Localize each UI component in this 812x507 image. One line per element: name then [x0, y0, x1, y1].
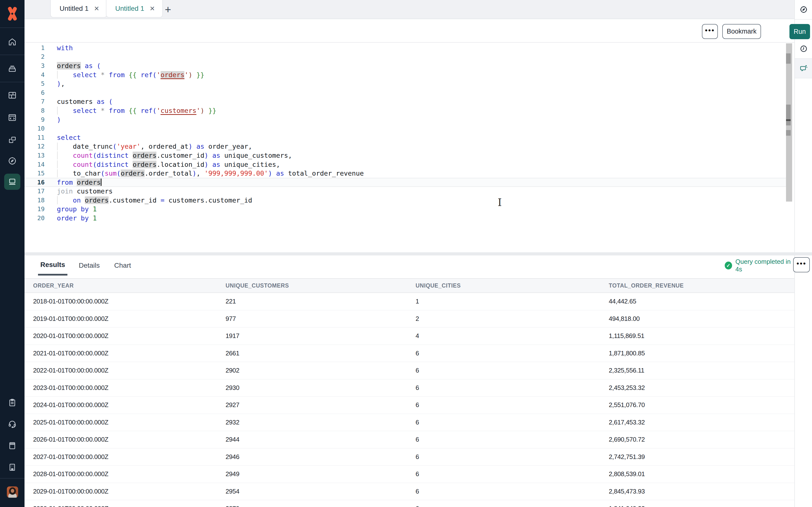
code-token: as: [212, 152, 220, 159]
sidebar-item-notebook-active[interactable]: [4, 174, 20, 190]
code-token: {{: [129, 107, 137, 114]
cell-more-button[interactable]: •••: [702, 24, 718, 39]
editor-line[interactable]: 15 to_char(sum(orders.order_total), '999…: [24, 169, 786, 178]
column-header[interactable]: UNIQUE_CITIES: [407, 279, 600, 292]
code-token: order: [57, 214, 77, 222]
table-cell: 2932: [217, 418, 407, 426]
table-cell: 6: [407, 436, 600, 443]
editor-line[interactable]: 5),: [24, 79, 786, 88]
table-row[interactable]: 2027-01-01T00:00:00.000Z294662,742,751.3…: [24, 448, 794, 466]
table-row[interactable]: 2028-01-01T00:00:00.000Z294962,808,539.0…: [24, 466, 794, 483]
editor-line[interactable]: 8 select * from {{ ref('customers') }}: [24, 106, 786, 115]
mouse-ibeam-cursor: I: [498, 196, 502, 209]
code-token: (: [113, 143, 117, 150]
run-button[interactable]: Run: [790, 24, 810, 39]
table-row[interactable]: 2021-01-01T00:00:00.000Z266161,871,800.8…: [24, 345, 794, 362]
table-row[interactable]: 2024-01-01T00:00:00.000Z292762,551,076.7…: [24, 397, 794, 414]
new-tab-button[interactable]: +: [162, 4, 173, 15]
editor-line[interactable]: 12 date_trunc('year', ordered_at) as ord…: [24, 142, 786, 151]
table-row[interactable]: 2026-01-01T00:00:00.000Z294462,690,570.7…: [24, 431, 794, 448]
editor-scrollbar[interactable]: [786, 43, 792, 202]
line-number: 10: [24, 125, 46, 132]
table-cell: 2930: [217, 384, 407, 392]
editor-line[interactable]: 7customers as (: [24, 97, 786, 106]
sidebar-item-ai-chat[interactable]: [795, 59, 812, 78]
sidebar-item-projects[interactable]: [0, 64, 24, 73]
editor-line[interactable]: 14 count(distinct orders.location_id) as…: [24, 160, 786, 169]
editor-line[interactable]: 6: [24, 88, 786, 97]
table-cell: 6: [407, 505, 600, 507]
editor-line[interactable]: 18 on orders.customer_id = customers.cus…: [24, 196, 786, 205]
panel-divider: [24, 252, 812, 256]
sidebar-item-share[interactable]: [0, 135, 24, 145]
close-tab-icon[interactable]: ✕: [150, 5, 155, 12]
table-row[interactable]: 2029-01-01T00:00:00.000Z295462,845,473.9…: [24, 483, 794, 500]
results-tab-chart[interactable]: Chart: [111, 256, 134, 276]
hex-logo[interactable]: [0, 7, 24, 20]
sidebar-item-support[interactable]: [0, 419, 24, 429]
table-row[interactable]: 2030-01-01T00:00:00.000Z287961,841,049.3…: [24, 500, 794, 507]
table-row[interactable]: 2020-01-01T00:00:00.000Z191741,115,869.5…: [24, 328, 794, 345]
table-cell: 1,115,869.51: [600, 332, 794, 340]
editor-line[interactable]: 2: [24, 52, 786, 61]
editor-line[interactable]: 3orders as (: [24, 61, 786, 70]
table-cell: 2030-01-01T00:00:00.000Z: [24, 505, 217, 507]
sidebar-item-docs[interactable]: [0, 441, 24, 450]
table-cell: 6: [407, 488, 600, 495]
table-row[interactable]: 2018-01-01T00:00:00.000Z221144,442.65: [24, 293, 794, 310]
sidebar-item-explore[interactable]: [0, 156, 24, 166]
code-token: 'year': [117, 143, 141, 150]
user-avatar[interactable]: [7, 487, 18, 498]
table-cell: 2661: [217, 349, 407, 357]
table-cell: 2946: [217, 453, 407, 461]
sidebar-item-apps[interactable]: [0, 91, 24, 100]
editor-line[interactable]: 11select: [24, 133, 786, 142]
table-cell: 2024-01-01T00:00:00.000Z: [24, 401, 217, 409]
code-token: as: [196, 143, 204, 150]
table-row[interactable]: 2019-01-01T00:00:00.000Z9772494,818.00: [24, 310, 794, 328]
close-tab-icon[interactable]: ✕: [94, 5, 99, 12]
tray-icon: [8, 64, 17, 73]
editor-line[interactable]: 19group by 1: [24, 205, 786, 214]
code-token: unique_cities,: [220, 161, 280, 168]
code-token: distinct: [97, 161, 129, 168]
table-cell: 2,808,539.01: [600, 470, 794, 478]
editor-line[interactable]: 10: [24, 124, 786, 133]
editor-line[interactable]: 13 count(distinct orders.customer_id) as…: [24, 151, 786, 160]
editor-line[interactable]: 20order by 1: [24, 214, 786, 223]
sidebar-item-history[interactable]: [795, 39, 812, 59]
sidebar-item-home[interactable]: [0, 37, 24, 47]
success-check-icon: ✓: [725, 262, 732, 269]
bookmark-button[interactable]: Bookmark: [722, 24, 761, 39]
line-number: 16: [24, 179, 46, 186]
code-token: [57, 71, 73, 78]
table-cell: 44,442.65: [600, 297, 794, 305]
code-token: ': [157, 71, 161, 78]
code-token: count: [73, 161, 93, 168]
divider: [0, 27, 24, 28]
document-tab[interactable]: Untitled 1✕: [106, 0, 163, 18]
column-header[interactable]: ORDER_YEAR: [24, 279, 217, 292]
editor-line[interactable]: 4 select * from {{ ref('orders') }}: [24, 70, 786, 79]
editor-line[interactable]: 1with: [24, 43, 786, 52]
sidebar-item-explore-right[interactable]: [795, 0, 812, 19]
editor-line[interactable]: 16from orders: [24, 178, 786, 187]
sidebar-item-clipboard[interactable]: [0, 398, 24, 407]
sidebar-item-organization[interactable]: [0, 462, 24, 472]
sidebar-item-code[interactable]: [0, 113, 24, 122]
results-more-button[interactable]: •••: [793, 257, 810, 272]
table-row[interactable]: 2025-01-01T00:00:00.000Z293262,617,453.3…: [24, 414, 794, 431]
results-tab-details[interactable]: Details: [76, 256, 102, 276]
table-row[interactable]: 2022-01-01T00:00:00.000Z290262,325,556.1…: [24, 362, 794, 379]
table-row[interactable]: 2023-01-01T00:00:00.000Z293062,453,253.3…: [24, 379, 794, 397]
column-header[interactable]: UNIQUE_CUSTOMERS: [217, 279, 407, 292]
editor-line[interactable]: 9): [24, 115, 786, 124]
grid-layout-icon: [8, 91, 17, 100]
sql-editor[interactable]: 1with23orders as (4 select * from {{ ref…: [24, 43, 786, 252]
code-token: orders: [161, 71, 185, 78]
column-header[interactable]: TOTAL_ORDER_REVENUE: [600, 279, 794, 292]
editor-line[interactable]: 17join customers: [24, 187, 786, 196]
document-tab[interactable]: Untitled 1✕: [50, 0, 107, 18]
results-table-body[interactable]: 2018-01-01T00:00:00.000Z221144,442.65201…: [24, 293, 794, 507]
results-tab-results[interactable]: Results: [38, 256, 67, 276]
